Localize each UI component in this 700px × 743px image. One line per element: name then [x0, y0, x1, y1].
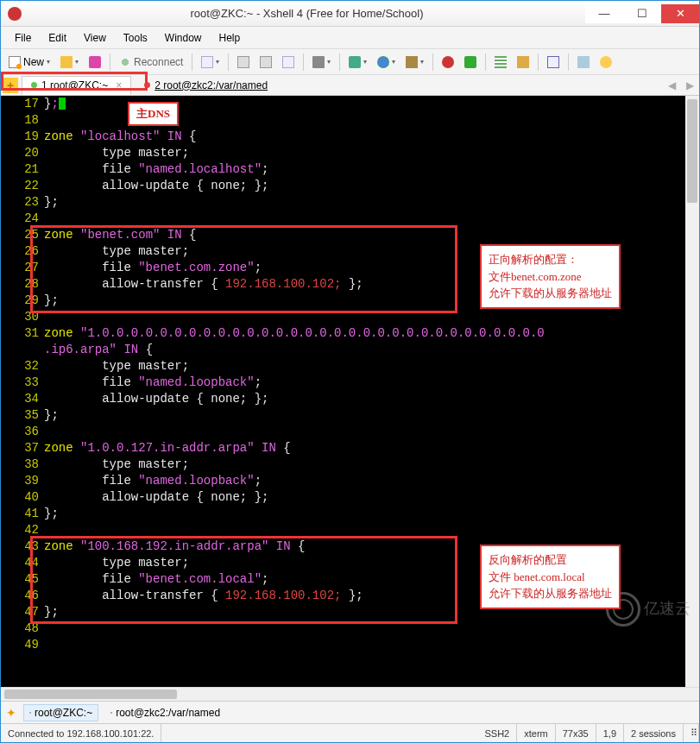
app-icon	[8, 7, 22, 21]
tab-scroll-right[interactable]: ▶	[683, 79, 697, 91]
lang-button[interactable]: ▾	[373, 53, 400, 72]
scrollbar-vertical[interactable]	[685, 96, 699, 687]
open-button[interactable]: ▾	[56, 53, 83, 72]
paste-icon	[260, 56, 272, 68]
menu-tools[interactable]: Tools	[115, 32, 156, 44]
reconnect-label: Reconnect	[134, 56, 183, 68]
prop-button[interactable]: ▾	[197, 53, 224, 72]
line-gutter: 1718192021222324252627282930313233343536…	[1, 96, 44, 653]
status-protocol: SSH2	[477, 724, 517, 742]
close-button[interactable]: ✕	[661, 4, 699, 23]
tab-add-button[interactable]: +	[3, 78, 18, 93]
menu-edit[interactable]: Edit	[40, 32, 75, 44]
titlebar: root@ZKC:~ - Xshell 4 (Free for Home/Sch…	[1, 1, 699, 27]
status-sessions: 2 sessions	[624, 724, 684, 742]
options-button[interactable]	[573, 53, 594, 72]
lock-icon	[517, 56, 529, 68]
new-icon	[9, 56, 21, 68]
print-button[interactable]: ▾	[308, 53, 335, 72]
doc-icon	[201, 56, 213, 68]
session-icon	[29, 712, 31, 714]
play-button[interactable]	[460, 53, 481, 72]
status-grip[interactable]: ⠿	[684, 724, 699, 742]
new-label: New	[23, 56, 44, 68]
maximize-button[interactable]: ☐	[623, 4, 661, 23]
options-icon	[577, 56, 590, 68]
find-icon	[282, 56, 294, 68]
annotation-reverse-config: 反向解析的配置 文件 benet.com.local 允许下载的从服务器地址	[480, 545, 621, 609]
tab-session-2[interactable]: 2 root@zkc2:/var/named	[135, 76, 277, 95]
window-title: root@ZKC:~ - Xshell 4 (Free for Home/Sch…	[28, 7, 585, 20]
help-button[interactable]	[596, 53, 616, 72]
swap-button[interactable]: ▾	[401, 53, 428, 72]
status-term: xterm	[517, 724, 556, 742]
tile-button[interactable]	[490, 53, 511, 72]
tab-close-icon[interactable]: ×	[116, 79, 122, 91]
win-icon	[547, 56, 559, 68]
pin-icon[interactable]: ✦	[6, 706, 16, 720]
paste-button[interactable]	[255, 53, 276, 72]
status-dot-icon	[31, 82, 37, 88]
folder-icon	[60, 56, 73, 68]
rec-button[interactable]	[438, 53, 458, 72]
session-icon	[110, 712, 112, 714]
print-icon	[312, 56, 325, 68]
session-label: root@zkc2:/var/named	[116, 707, 220, 719]
session-bar: ✦ root@ZKC:~ root@zkc2:/var/named	[1, 701, 699, 723]
status-size: 77x35	[556, 724, 596, 742]
menu-view[interactable]: View	[75, 32, 115, 44]
terminal[interactable]: 1718192021222324252627282930313233343536…	[1, 96, 699, 687]
annotation-forward-config: 正向解析的配置： 文件benet.com.zone 允许下载的从服务器地址	[480, 244, 621, 309]
copy-icon	[237, 56, 249, 68]
session-label: root@ZKC:~	[35, 707, 92, 719]
session-item-1[interactable]: root@ZKC:~	[23, 704, 98, 721]
menu-window[interactable]: Window	[156, 32, 211, 44]
status-bar: Connected to 192.168.100.101:22. SSH2 xt…	[1, 723, 699, 742]
minimize-button[interactable]: —	[585, 4, 623, 23]
play-icon	[464, 56, 476, 68]
session-item-2[interactable]: root@zkc2:/var/named	[105, 705, 225, 721]
menu-help[interactable]: Help	[211, 32, 249, 44]
cascade-button[interactable]	[543, 53, 564, 72]
menubar: File Edit View Tools Window Help	[1, 27, 699, 49]
tab-scroll-left[interactable]: ◀	[665, 79, 679, 91]
reconnect-button[interactable]: Reconnect	[115, 53, 187, 72]
tab-label: 2 root@zkc2:/var/named	[155, 79, 268, 91]
swap-icon	[406, 56, 418, 68]
globe-icon	[377, 56, 389, 68]
bulb-icon	[600, 56, 612, 68]
annotation-main-dns: 主DNS	[128, 102, 179, 126]
rec-icon	[442, 56, 454, 68]
key-button[interactable]	[85, 53, 105, 72]
tab-label: 1 root@ZKC:~	[41, 79, 108, 91]
status-dot-icon	[144, 82, 150, 88]
key-icon	[89, 56, 101, 68]
lock-button[interactable]	[513, 53, 533, 72]
grid-icon	[495, 56, 507, 68]
status-position: 1,9	[596, 724, 624, 742]
tab-session-1[interactable]: 1 root@ZKC:~ ×	[22, 76, 131, 95]
tab-bar: + 1 root@ZKC:~ × 2 root@zkc2:/var/named …	[1, 75, 699, 96]
color-button[interactable]: ▾	[344, 53, 371, 72]
toolbar: New▾ ▾ Reconnect ▾ ▾ ▾ ▾ ▾	[1, 49, 699, 75]
find-button[interactable]	[278, 53, 299, 72]
copy-button[interactable]	[233, 53, 254, 72]
new-button[interactable]: New▾	[4, 53, 54, 72]
scrollbar-horizontal[interactable]	[1, 687, 699, 701]
reconnect-icon	[119, 56, 131, 68]
color-icon	[349, 56, 361, 68]
menu-file[interactable]: File	[6, 32, 40, 44]
status-connection: Connected to 192.168.100.101:22.	[1, 724, 161, 742]
